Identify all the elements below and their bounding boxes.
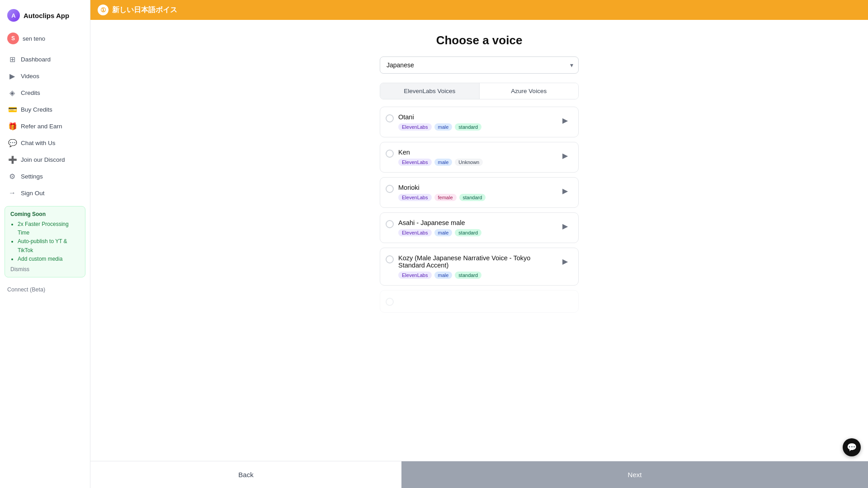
voice-name-asahi: Asahi - Japanese male bbox=[398, 219, 554, 226]
language-select-wrapper: Japanese English Korean Chinese ▾ bbox=[380, 56, 579, 74]
app-name: Autoclips App bbox=[24, 12, 69, 19]
voice-info-asahi: Asahi - Japanese male ElevenLabs male st… bbox=[398, 219, 554, 236]
sidebar-label-buy-credits: Buy Credits bbox=[21, 106, 52, 113]
banner-number: ① bbox=[98, 5, 108, 15]
voice-radio-ken[interactable] bbox=[386, 150, 394, 158]
tag-elevenlabs-ken: ElevenLabs bbox=[398, 159, 432, 166]
sidebar-item-buy-credits[interactable]: 💳 Buy Credits bbox=[4, 102, 86, 117]
language-select[interactable]: Japanese English Korean Chinese bbox=[380, 56, 579, 74]
refer-earn-icon: 🎁 bbox=[8, 122, 16, 131]
videos-icon: ▶ bbox=[8, 72, 16, 80]
voice-radio-otani[interactable] bbox=[386, 114, 394, 122]
sidebar-item-settings[interactable]: ⚙ Settings bbox=[4, 169, 86, 184]
app-logo[interactable]: A Autoclips App bbox=[0, 5, 90, 29]
voice-tags-asahi: ElevenLabs male standard bbox=[398, 229, 554, 236]
next-button[interactable]: Next bbox=[401, 461, 868, 488]
sidebar-label-signout: Sign Out bbox=[21, 190, 45, 197]
play-button-asahi[interactable]: ▶ bbox=[558, 219, 572, 233]
voice-card-kozy[interactable]: Kozy (Male Japanese Narrative Voice - To… bbox=[380, 248, 579, 286]
chat-widget-icon: 💬 bbox=[847, 442, 857, 452]
sidebar-item-credits[interactable]: ◈ Credits bbox=[4, 85, 86, 101]
sidebar-label-refer-earn: Refer and Earn bbox=[21, 123, 62, 130]
sidebar-nav: ⊞ Dashboard ▶ Videos ◈ Credits 💳 Buy Cre… bbox=[0, 52, 90, 201]
tag-elevenlabs: ElevenLabs bbox=[398, 123, 432, 131]
tag-standard-kozy: standard bbox=[455, 272, 481, 279]
tag-standard-asahi: standard bbox=[455, 229, 481, 236]
voice-list: Otani ElevenLabs male standard ▶ Ken Ele… bbox=[380, 107, 579, 317]
coming-soon-box: Coming Soon 2x Faster Processing Time Au… bbox=[5, 206, 85, 277]
voice-info-kozy: Kozy (Male Japanese Narrative Voice - To… bbox=[398, 254, 554, 279]
coming-soon-title: Coming Soon bbox=[10, 211, 80, 217]
voice-card-morioki[interactable]: Morioki ElevenLabs female standard ▶ bbox=[380, 177, 579, 208]
tag-male-kozy: male bbox=[434, 272, 453, 279]
voice-card-ken[interactable]: Ken ElevenLabs male Unknown ▶ bbox=[380, 142, 579, 173]
avatar: S bbox=[7, 33, 19, 44]
tag-unknown-ken: Unknown bbox=[455, 159, 483, 166]
tab-azure[interactable]: Azure Voices bbox=[480, 83, 579, 99]
tag-male-asahi: male bbox=[434, 229, 453, 236]
sidebar-label-chat: Chat with Us bbox=[21, 140, 56, 146]
sidebar-label-credits: Credits bbox=[21, 89, 40, 96]
coming-soon-list: 2x Faster Processing Time Auto-publish t… bbox=[10, 220, 80, 263]
play-button-otani[interactable]: ▶ bbox=[558, 113, 572, 127]
sidebar-label-settings: Settings bbox=[21, 173, 43, 180]
sidebar-item-dashboard[interactable]: ⊞ Dashboard bbox=[4, 52, 86, 67]
voice-tags-morioki: ElevenLabs female standard bbox=[398, 194, 554, 201]
banner-text: 新しい日本語ボイス bbox=[112, 5, 177, 15]
voice-info-ken: Ken ElevenLabs male Unknown bbox=[398, 149, 554, 166]
tag-elevenlabs-morioki: ElevenLabs bbox=[398, 194, 432, 201]
sidebar-item-chat[interactable]: 💬 Chat with Us bbox=[4, 135, 86, 151]
credits-icon: ◈ bbox=[8, 89, 16, 97]
chat-icon: 💬 bbox=[8, 139, 16, 147]
logo-icon: A bbox=[7, 9, 20, 22]
tag-elevenlabs-kozy: ElevenLabs bbox=[398, 272, 432, 279]
sidebar-label-videos: Videos bbox=[21, 73, 39, 80]
sidebar-label-dashboard: Dashboard bbox=[21, 56, 51, 63]
play-button-kozy[interactable]: ▶ bbox=[558, 254, 572, 268]
page-content: Choose a voice Japanese English Korean C… bbox=[90, 20, 868, 488]
voice-radio-morioki[interactable] bbox=[386, 185, 394, 193]
coming-soon-item-1: 2x Faster Processing Time bbox=[18, 220, 80, 237]
coming-soon-item-2: Auto-publish to YT & TikTok bbox=[18, 237, 80, 254]
voice-name-ken: Ken bbox=[398, 149, 554, 156]
tag-male: male bbox=[434, 123, 453, 131]
page-title: Choose a voice bbox=[90, 20, 868, 56]
sidebar-item-discord[interactable]: ➕ Join our Discord bbox=[4, 152, 86, 168]
voice-tags-otani: ElevenLabs male standard bbox=[398, 123, 554, 131]
tag-male-ken: male bbox=[434, 159, 453, 166]
sidebar-item-signout[interactable]: → Sign Out bbox=[4, 185, 86, 201]
sidebar-item-refer-earn[interactable]: 🎁 Refer and Earn bbox=[4, 118, 86, 134]
voice-card-asahi[interactable]: Asahi - Japanese male ElevenLabs male st… bbox=[380, 212, 579, 243]
voice-name-kozy: Kozy (Male Japanese Narrative Voice - To… bbox=[398, 254, 554, 269]
voice-tags-ken: ElevenLabs male Unknown bbox=[398, 159, 554, 166]
settings-icon: ⚙ bbox=[8, 172, 16, 181]
voice-card-extra[interactable] bbox=[380, 290, 579, 313]
tag-female-morioki: female bbox=[434, 194, 457, 201]
voice-info-otani: Otani ElevenLabs male standard bbox=[398, 113, 554, 131]
voice-radio-extra[interactable] bbox=[386, 298, 394, 306]
dismiss-button[interactable]: Dismiss bbox=[10, 266, 29, 272]
sidebar-label-discord: Join our Discord bbox=[21, 156, 65, 163]
connect-beta-link[interactable]: Connect (Beta) bbox=[0, 283, 90, 296]
play-button-morioki[interactable]: ▶ bbox=[558, 184, 572, 197]
chat-widget[interactable]: 💬 bbox=[843, 438, 861, 456]
voice-name-otani: Otani bbox=[398, 113, 554, 121]
tab-elevenlabs[interactable]: ElevenLabs Voices bbox=[380, 83, 480, 99]
top-banner: ① 新しい日本語ボイス bbox=[90, 0, 868, 20]
dashboard-icon: ⊞ bbox=[8, 55, 16, 64]
coming-soon-item-3: Add custom media bbox=[18, 255, 80, 263]
user-profile[interactable]: S sen teno bbox=[0, 29, 90, 52]
voice-tags-kozy: ElevenLabs male standard bbox=[398, 272, 554, 279]
voice-name-morioki: Morioki bbox=[398, 184, 554, 191]
play-button-ken[interactable]: ▶ bbox=[558, 149, 572, 162]
buy-credits-icon: 💳 bbox=[8, 105, 16, 114]
voice-tabs: ElevenLabs Voices Azure Voices bbox=[380, 83, 579, 99]
voice-radio-asahi[interactable] bbox=[386, 220, 394, 228]
discord-icon: ➕ bbox=[8, 155, 16, 164]
username: sen teno bbox=[23, 35, 45, 42]
sidebar-item-videos[interactable]: ▶ Videos bbox=[4, 68, 86, 84]
signout-icon: → bbox=[8, 189, 16, 197]
voice-card-otani[interactable]: Otani ElevenLabs male standard ▶ bbox=[380, 107, 579, 137]
voice-radio-kozy[interactable] bbox=[386, 255, 394, 263]
back-button[interactable]: Back bbox=[90, 461, 401, 488]
